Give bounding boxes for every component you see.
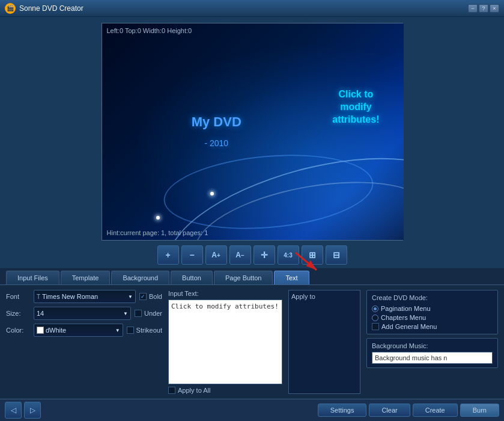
size-label: Size: bbox=[6, 310, 30, 317]
under-checkbox-group: Under bbox=[135, 310, 162, 317]
burn-btn[interactable]: Burn bbox=[460, 404, 499, 417]
preview-canvas[interactable]: My DVD - 2010 Click tomodifyattributes! … bbox=[102, 23, 404, 240]
tab-background[interactable]: Background bbox=[111, 271, 169, 284]
font-larger-btn[interactable]: A+ bbox=[205, 245, 227, 265]
apply-to-section: Apply to bbox=[288, 290, 360, 394]
toolbar: + − A+ A− ✛ 4:3 ⊞ ⊟ bbox=[0, 241, 504, 268]
color-value: dWhite bbox=[46, 327, 66, 334]
under-label: Under bbox=[144, 310, 162, 317]
input-text-label: Input Text: bbox=[168, 290, 282, 297]
size-select[interactable]: 14 ▼ bbox=[34, 307, 131, 320]
move-btn[interactable]: ✛ bbox=[254, 245, 275, 265]
color-select[interactable]: dWhite ▼ bbox=[34, 324, 123, 337]
ratio-btn[interactable]: 4:3 bbox=[278, 245, 299, 265]
next-btn[interactable]: ▷ bbox=[24, 402, 41, 419]
chapters-label: Chapters Menu bbox=[381, 314, 426, 321]
dvd-mode-section: Create DVD Mode: Pagination Menu Chapter… bbox=[366, 290, 498, 394]
size-row: Size: 14 ▼ Under bbox=[6, 307, 162, 320]
dvd-title[interactable]: My DVD bbox=[192, 114, 241, 130]
apply-to-label: Apply to bbox=[291, 293, 357, 300]
bottom-panel: Font T Times New Roman ▼ ✓ Bold Size: bbox=[0, 284, 504, 399]
color-swatch bbox=[37, 327, 44, 334]
apply-all-label: Apply to All bbox=[178, 387, 210, 394]
minimize-btn[interactable]: − bbox=[468, 4, 478, 13]
pagination-radio-inner bbox=[374, 307, 377, 310]
fit-btn[interactable]: ⊟ bbox=[326, 245, 347, 265]
add-menu-row: Add General Menu bbox=[372, 323, 493, 330]
create-btn[interactable]: Create bbox=[413, 404, 458, 417]
apply-all-checkbox[interactable] bbox=[168, 387, 175, 394]
dvd-mode-title: Create DVD Mode: bbox=[372, 294, 493, 301]
pagination-radio-row: Pagination Menu bbox=[372, 305, 493, 312]
font-icon: T bbox=[37, 293, 40, 300]
bold-label: Bold bbox=[149, 293, 162, 300]
add-general-checkbox[interactable] bbox=[372, 323, 379, 330]
close-btn[interactable]: × bbox=[490, 4, 499, 13]
under-checkbox[interactable] bbox=[135, 310, 142, 317]
add-btn[interactable]: + bbox=[157, 245, 179, 265]
bg-music-box: Background Music: bbox=[366, 338, 498, 368]
dot-2 bbox=[156, 216, 160, 220]
settings-btn[interactable]: Settings bbox=[318, 404, 367, 417]
action-bar: ◁ ▷ Settings Clear Create Burn bbox=[0, 399, 504, 421]
dot-1 bbox=[210, 192, 214, 195]
preview-container: Left:0 Top:0 Width:0 Height:0 My DVD - 2… bbox=[102, 23, 403, 241]
tab-page-button[interactable]: Page Button bbox=[214, 271, 273, 284]
font-value: Times New Roman bbox=[42, 293, 98, 300]
font-row: Font T Times New Roman ▼ ✓ Bold bbox=[6, 290, 162, 303]
color-select-arrow: ▼ bbox=[115, 328, 120, 333]
color-label: Color: bbox=[6, 327, 30, 334]
strikeout-checkbox[interactable] bbox=[127, 327, 134, 334]
tab-button[interactable]: Button bbox=[171, 271, 213, 284]
remove-btn[interactable]: − bbox=[181, 245, 203, 265]
strikeout-checkbox-group: Strikeout bbox=[127, 327, 162, 334]
clear-btn[interactable]: Clear bbox=[369, 404, 410, 417]
bold-check-mark: ✓ bbox=[141, 293, 145, 300]
tab-template[interactable]: Template bbox=[61, 271, 111, 284]
font-smaller-btn[interactable]: A− bbox=[229, 245, 251, 265]
tab-bar: Input Files Template Background Button P… bbox=[0, 268, 504, 284]
size-select-arrow: ▼ bbox=[123, 311, 128, 316]
font-controls: Font T Times New Roman ▼ ✓ Bold Size: bbox=[6, 290, 162, 394]
preview-coords: Left:0 Top:0 Width:0 Height:0 bbox=[107, 27, 192, 34]
input-text-section: Input Text: Click to modify attributes! … bbox=[168, 290, 282, 394]
app-title: Sonne DVD Creator bbox=[19, 4, 468, 13]
dvd-mode-box: Create DVD Mode: Pagination Menu Chapter… bbox=[366, 290, 498, 334]
grid-btn[interactable]: ⊞ bbox=[302, 245, 323, 265]
click-hint-text[interactable]: Click tomodifyattributes! bbox=[332, 88, 379, 126]
main-area: Left:0 Top:0 Width:0 Height:0 My DVD - 2… bbox=[0, 17, 504, 421]
pagination-label: Pagination Menu bbox=[381, 305, 431, 312]
preview-section: Left:0 Top:0 Width:0 Height:0 My DVD - 2… bbox=[0, 17, 504, 241]
font-label: Font bbox=[6, 293, 30, 300]
app-icon: 🎬 bbox=[5, 3, 16, 14]
color-row: Color: dWhite ▼ Strikeout bbox=[6, 324, 162, 337]
chapters-radio[interactable] bbox=[372, 315, 378, 321]
title-bar: 🎬 Sonne DVD Creator − ? × bbox=[0, 0, 504, 17]
dvd-subtitle[interactable]: - 2010 bbox=[204, 138, 228, 148]
pagination-radio[interactable] bbox=[372, 306, 378, 312]
bold-checkbox-group: ✓ Bold bbox=[139, 293, 162, 300]
window-controls: − ? × bbox=[468, 4, 499, 13]
bold-checkbox[interactable]: ✓ bbox=[139, 293, 147, 300]
font-select-arrow: ▼ bbox=[128, 294, 133, 300]
apply-all-row: Apply to All bbox=[168, 387, 282, 394]
prev-btn[interactable]: ◁ bbox=[5, 402, 22, 419]
add-general-label: Add General Menu bbox=[381, 323, 437, 330]
tab-text[interactable]: Text bbox=[274, 271, 309, 284]
hint-bar: Hint:current page: 1, total pages: 1 bbox=[107, 229, 208, 236]
bg-music-input[interactable] bbox=[372, 352, 493, 364]
chapters-radio-row: Chapters Menu bbox=[372, 314, 493, 321]
size-value: 14 bbox=[37, 310, 44, 317]
bg-music-title: Background Music: bbox=[372, 342, 493, 349]
text-input[interactable]: Click to modify attributes! bbox=[168, 300, 282, 384]
font-select[interactable]: T Times New Roman ▼ bbox=[34, 290, 136, 303]
tab-input-files[interactable]: Input Files bbox=[6, 271, 59, 284]
help-btn[interactable]: ? bbox=[479, 4, 488, 13]
strikeout-label: Strikeout bbox=[136, 327, 162, 334]
